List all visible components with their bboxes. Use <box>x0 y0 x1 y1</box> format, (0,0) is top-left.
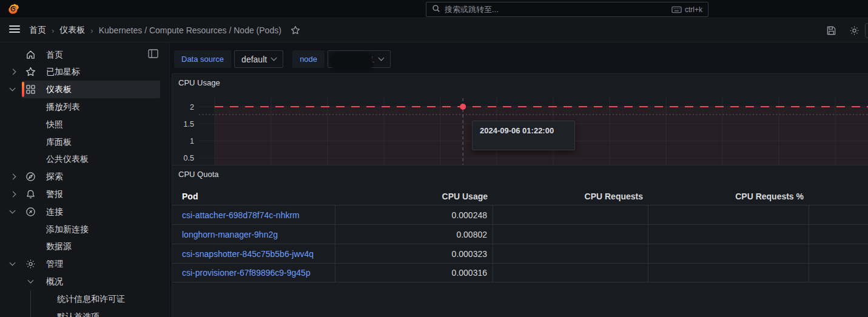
chevron-down-icon <box>378 55 385 61</box>
chevron-down-icon[interactable] <box>10 207 16 213</box>
svg-text:1.5: 1.5 <box>184 120 194 128</box>
pod-cell: csi-attacher-698d78f74c-nhkrm <box>172 205 335 224</box>
datasource-variable-label[interactable]: Data source <box>174 50 231 68</box>
active-item-highlight <box>22 81 160 98</box>
cpu_usage-cell: 0.000248 <box>335 205 493 224</box>
cpu_requests_pct-cell <box>648 205 809 224</box>
pod-link[interactable]: longhorn-manager-9hn2g <box>182 230 278 239</box>
sidebar-item-2[interactable]: 仪表板 <box>0 81 170 98</box>
sidebar-item-0[interactable]: 首页 <box>0 46 170 64</box>
svg-text:0.5: 0.5 <box>184 154 194 162</box>
apps-icon <box>25 84 36 95</box>
sidebar-item-label: 探索 <box>46 172 63 182</box>
cpu_requests-cell <box>493 244 648 263</box>
table-row: csi-snapshotter-845c75b5b6-jwv4q0.000323 <box>172 244 868 263</box>
datasource-variable-value[interactable]: default <box>234 50 283 68</box>
cpu_requests-cell <box>493 225 648 244</box>
table-row: csi-provisioner-67f89896c9-9g45p0.000316 <box>172 263 868 282</box>
chevron-down-icon[interactable] <box>10 260 16 266</box>
table-row: csi-attacher-698d78f74c-nhkrm0.000248 <box>172 205 868 224</box>
sidebar-item-5[interactable]: 库面板 <box>0 133 170 151</box>
pod-cell: longhorn-manager-9hn2g <box>172 225 335 244</box>
chevron-down-icon[interactable] <box>28 277 34 283</box>
search-icon <box>432 4 440 15</box>
pod-cell: csi-snapshotter-845c75b5b6-jwv4q <box>172 244 335 263</box>
node-variable-label[interactable]: node <box>292 50 325 68</box>
save-icon <box>826 25 836 36</box>
star-icon <box>291 25 300 35</box>
grafana-logo[interactable] <box>7 2 21 16</box>
table-header-row: PodCPU UsageCPU RequestsCPU Requests % <box>172 188 868 205</box>
chevron-right-icon[interactable] <box>10 191 16 197</box>
breadcrumb-dashboards[interactable]: 仪表板 <box>59 25 85 36</box>
plug-icon <box>25 207 36 217</box>
extra-cell <box>809 244 868 263</box>
search-shortcut: ctrl+k <box>671 5 702 14</box>
sidebar-item-1[interactable]: 已加星标 <box>0 63 170 81</box>
breadcrumb-current-page: Kubernetes / Compute Resources / Node (P… <box>99 25 281 35</box>
extra-cell <box>809 264 868 282</box>
sidebar-item-7[interactable]: 探索 <box>0 168 170 185</box>
sidebar-item-label: 首页 <box>46 50 63 61</box>
sidebar-item-13[interactable]: 概况 <box>0 273 170 290</box>
sidebar-item-label: 默认首选项 <box>57 312 99 317</box>
sidebar-item-label: 已加星标 <box>46 67 80 78</box>
chevron-down-icon[interactable] <box>10 85 16 92</box>
breadcrumb-home[interactable]: 首页 <box>29 25 46 36</box>
chevron-right-icon[interactable] <box>10 174 16 180</box>
cpu-quota-panel-title[interactable]: CPU Quota <box>172 165 868 179</box>
menu-toggle-icon[interactable] <box>9 25 20 34</box>
sidebar-item-9[interactable]: 连接 <box>0 203 170 221</box>
cpu-usage-panel-title[interactable]: CPU Usage <box>172 74 868 87</box>
sidebar-item-label: 数据源 <box>46 241 72 252</box>
breadcrumb-bar: 首页 › 仪表板 › Kubernetes / Compute Resource… <box>0 18 868 42</box>
pod-link[interactable]: csi-snapshotter-845c75b5b6-jwv4q <box>182 249 314 259</box>
cpu_usage-cell: 0.00802 <box>335 225 493 244</box>
sidebar-item-6[interactable]: 公共仪表板 <box>0 150 170 168</box>
cpu_requests_pct-cell <box>648 244 809 263</box>
redacted-node-name <box>330 52 374 70</box>
cpu-quota-table: PodCPU UsageCPU RequestsCPU Requests % c… <box>172 188 868 282</box>
cpu_requests-cell <box>493 205 648 224</box>
cpu_usage-cell: 0.000316 <box>335 264 493 282</box>
sidebar-item-4[interactable]: 快照 <box>0 116 170 133</box>
sidebar-item-label: 概况 <box>46 276 63 287</box>
column-header-CPU Usage[interactable]: CPU Usage <box>335 188 493 205</box>
tooltip-timestamp: 2024-09-06 01:22:00 <box>473 121 574 138</box>
sidebar-item-11[interactable]: 数据源 <box>0 238 170 255</box>
variable-row: Data source default node -1 <box>174 50 391 68</box>
extra-cell <box>809 205 868 224</box>
column-header-CPU Requests %[interactable]: CPU Requests % <box>648 188 809 205</box>
column-header-Pod[interactable]: Pod <box>172 188 335 205</box>
dashboard-actions <box>824 18 861 42</box>
chevron-right-icon[interactable] <box>10 69 16 75</box>
sidebar-nav: 首页已加星标仪表板播放列表快照库面板公共仪表板探索警报连接添加新连接数据源管理概… <box>0 42 170 317</box>
save-dashboard-button[interactable] <box>824 24 838 37</box>
sidebar-item-8[interactable]: 警报 <box>0 185 170 203</box>
node-variable-value[interactable]: -1 <box>328 50 391 68</box>
sidebar-item-10[interactable]: 添加新连接 <box>0 221 170 238</box>
favorite-star-button[interactable] <box>289 24 302 37</box>
sidebar-item-label: 管理 <box>46 259 63 270</box>
sidebar-item-12[interactable]: 管理 <box>0 255 170 273</box>
star-icon <box>25 67 36 77</box>
extra-cell <box>809 225 868 244</box>
sidebar-item-3[interactable]: 播放列表 <box>0 98 170 116</box>
sidebar-item-label: 连接 <box>46 207 63 218</box>
sidebar-item-14[interactable]: 统计信息和许可证 <box>0 290 170 308</box>
grafana-app: { "topbar": { "search_placeholder": "搜索或… <box>0 0 868 317</box>
column-header-CPU Requests[interactable]: CPU Requests <box>493 188 648 205</box>
sidebar-item-15[interactable]: 默认首选项 <box>0 308 170 317</box>
pod-link[interactable]: csi-provisioner-67f89896c9-9g45p <box>182 268 311 278</box>
active-item-accent-bar <box>22 82 24 97</box>
dashboard-settings-button[interactable] <box>847 24 861 37</box>
pod-cell: csi-provisioner-67f89896c9-9g45p <box>172 264 335 282</box>
global-search[interactable]: ctrl+k <box>426 2 708 17</box>
datasource-value-text: default <box>241 55 267 64</box>
breadcrumb-separator: › <box>52 26 54 35</box>
sidebar-item-label: 统计信息和许可证 <box>57 294 125 305</box>
cutoff-button-edge <box>865 23 868 38</box>
pod-link[interactable]: csi-attacher-698d78f74c-nhkrm <box>182 210 300 220</box>
column-header-extra <box>809 188 868 205</box>
search-input[interactable] <box>445 5 667 14</box>
